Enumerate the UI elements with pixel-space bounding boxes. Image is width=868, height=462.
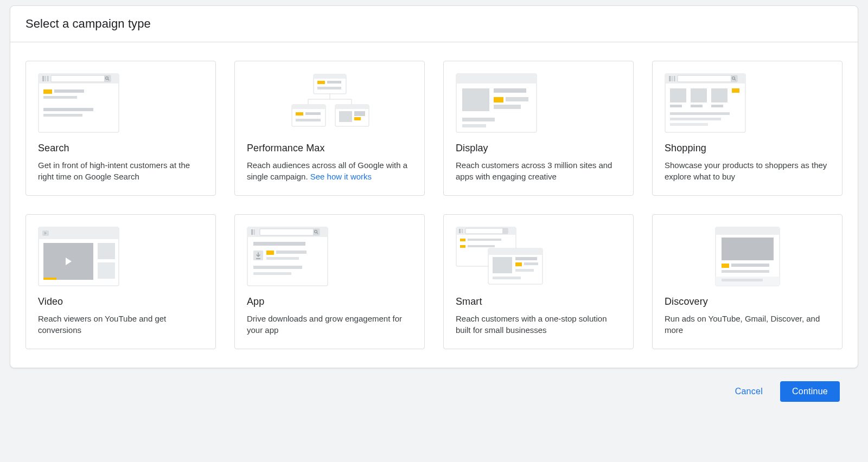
svg-rect-37	[494, 97, 503, 102]
card-performance-max[interactable]: Performance Max Reach audiences across a…	[234, 61, 425, 196]
card-search[interactable]: Search Get in front of high-intent custo…	[25, 61, 216, 196]
card-desc: Reach customers across 3 million sites a…	[456, 159, 621, 182]
card-desc: Reach viewers on YouTube and get convers…	[38, 313, 203, 336]
svg-rect-69	[98, 262, 115, 279]
svg-rect-73	[254, 229, 255, 235]
svg-rect-95	[468, 245, 495, 247]
svg-rect-98	[493, 257, 512, 273]
svg-rect-48	[731, 75, 737, 82]
svg-rect-26	[305, 112, 321, 115]
svg-rect-10	[54, 89, 84, 93]
footer-actions: Cancel Continue	[10, 368, 858, 415]
card-desc: Drive downloads and grow engagement for …	[247, 313, 412, 336]
svg-rect-60	[670, 123, 708, 126]
svg-rect-3	[45, 76, 46, 81]
campaign-type-panel: Select a campaign type	[10, 5, 858, 368]
svg-rect-27	[296, 119, 321, 121]
app-illustration-icon	[247, 227, 412, 286]
svg-rect-88	[459, 229, 461, 233]
svg-rect-109	[722, 270, 769, 273]
svg-rect-38	[506, 97, 528, 101]
card-title: Performance Max	[247, 143, 412, 154]
svg-rect-85	[253, 272, 291, 275]
svg-rect-74	[260, 229, 320, 235]
svg-rect-46	[674, 76, 675, 81]
svg-rect-51	[670, 88, 686, 102]
card-display[interactable]: Display Reach customers across 3 million…	[443, 61, 634, 196]
svg-rect-58	[670, 112, 730, 115]
svg-rect-62	[39, 227, 119, 239]
svg-rect-94	[460, 245, 465, 248]
svg-rect-31	[354, 111, 365, 116]
card-video[interactable]: Video Reach viewers on YouTube and get c…	[25, 214, 216, 349]
card-title: Discovery	[665, 296, 830, 307]
card-title: Display	[456, 143, 621, 154]
svg-rect-54	[732, 88, 739, 93]
continue-button[interactable]: Continue	[780, 381, 840, 402]
svg-rect-67	[43, 278, 56, 280]
svg-rect-100	[515, 262, 522, 266]
svg-rect-45	[672, 76, 673, 81]
svg-rect-83	[266, 257, 299, 260]
svg-rect-97	[488, 248, 542, 255]
how-it-works-link[interactable]: See how it works	[310, 172, 372, 181]
svg-rect-11	[43, 96, 77, 99]
svg-rect-30	[339, 111, 352, 122]
svg-rect-59	[670, 118, 721, 120]
svg-rect-12	[43, 108, 93, 111]
performance-max-illustration-icon	[247, 73, 412, 133]
svg-rect-108	[731, 264, 769, 267]
svg-rect-41	[462, 124, 486, 127]
card-app[interactable]: App Drive downloads and grow engagement …	[234, 214, 425, 349]
svg-rect-29	[335, 105, 369, 109]
card-discovery[interactable]: Discovery Run ads on YouTube, Gmail, Dis…	[652, 214, 843, 349]
svg-rect-52	[691, 88, 707, 102]
card-title: Search	[38, 143, 203, 154]
svg-rect-75	[313, 229, 320, 235]
svg-rect-44	[669, 76, 671, 81]
search-illustration-icon	[38, 73, 203, 133]
card-desc: Run ads on YouTube, Gmail, Discover, and…	[665, 313, 830, 336]
svg-rect-56	[691, 105, 703, 107]
svg-rect-32	[354, 117, 361, 120]
svg-rect-90	[465, 228, 508, 234]
page-title: Select a campaign type	[10, 6, 858, 42]
card-shopping[interactable]: Shopping Showcase your products to shopp…	[652, 61, 843, 196]
svg-rect-105	[716, 227, 780, 235]
svg-rect-82	[276, 251, 307, 254]
campaign-type-grid: Search Get in front of high-intent custo…	[10, 42, 858, 368]
card-desc: Showcase your products to shoppers as th…	[665, 159, 830, 182]
discovery-illustration-icon	[665, 227, 830, 286]
svg-rect-17	[327, 81, 341, 84]
svg-rect-47	[678, 75, 737, 82]
svg-rect-18	[317, 87, 341, 89]
svg-rect-89	[462, 229, 463, 233]
video-illustration-icon	[38, 227, 203, 286]
card-title: Shopping	[665, 143, 830, 154]
svg-rect-81	[266, 251, 274, 255]
svg-rect-92	[460, 239, 465, 241]
svg-rect-36	[494, 88, 526, 93]
cancel-button[interactable]: Cancel	[723, 381, 775, 402]
card-title: Video	[38, 296, 203, 307]
svg-rect-25	[296, 112, 303, 116]
svg-rect-93	[468, 239, 501, 241]
svg-rect-6	[104, 75, 111, 82]
svg-rect-9	[43, 89, 52, 94]
svg-rect-102	[515, 269, 534, 272]
svg-rect-84	[253, 266, 302, 269]
card-desc: Get in front of high-intent customers at…	[38, 159, 203, 182]
svg-rect-107	[722, 264, 729, 268]
svg-rect-106	[722, 238, 774, 260]
card-smart[interactable]: Smart Reach customers with a one-stop so…	[443, 214, 634, 349]
svg-rect-24	[292, 105, 326, 109]
svg-rect-4	[47, 76, 49, 81]
shopping-illustration-icon	[665, 73, 830, 133]
svg-rect-72	[251, 229, 253, 235]
svg-rect-101	[524, 262, 538, 265]
svg-rect-91	[502, 228, 508, 234]
svg-rect-78	[253, 242, 305, 246]
display-illustration-icon	[456, 73, 621, 133]
svg-rect-13	[43, 114, 82, 117]
card-title: App	[247, 296, 412, 307]
